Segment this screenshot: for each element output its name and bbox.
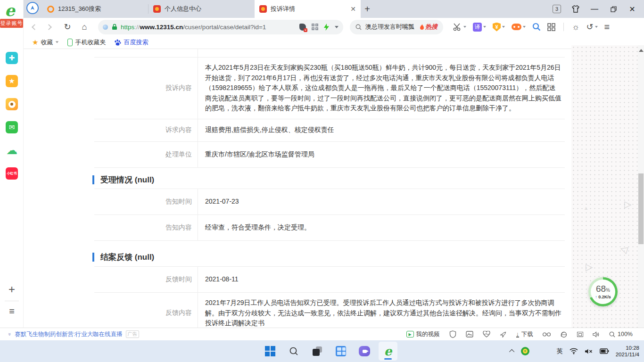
ad-text[interactable]: 赛默飞生物制药创新营:行业大咖在线直播 — [15, 330, 122, 338]
add-app-button[interactable]: + — [8, 283, 15, 296]
browser-toolbar: ↻ ⌂ https://www.12315.cn/cuser/portal/ca… — [24, 18, 644, 36]
forward-button[interactable] — [41, 25, 56, 29]
table-row-feedback-time: 反馈时间 2021-08-11 — [94, 267, 565, 293]
speaker-icon — [593, 331, 600, 337]
hot-search-button[interactable]: 热搜 — [420, 23, 438, 31]
vertical-scrollbar[interactable] — [638, 45, 644, 328]
widgets-icon — [336, 346, 346, 356]
back-button[interactable] — [27, 25, 41, 29]
hot-search-text[interactable]: 澳总理发言时嘴瓢 — [365, 23, 416, 31]
browser-360-taskbar-button[interactable]: e — [379, 342, 397, 361]
scrollbar-thumb[interactable] — [638, 173, 644, 244]
find-in-page-button[interactable] — [530, 21, 543, 33]
gov-favicon — [153, 5, 161, 13]
login-account-badge[interactable]: 登录账号 — [0, 19, 23, 28]
close-window-button[interactable]: ✕ — [624, 2, 640, 16]
chat-camera-icon — [359, 346, 370, 356]
home-button[interactable]: ⌂ — [77, 22, 91, 32]
favorites-label: 收藏 — [41, 38, 53, 47]
start-button[interactable] — [261, 342, 280, 361]
divider — [5, 301, 19, 301]
section-title-acceptance: 受理情况 (null) — [92, 174, 154, 185]
snapshot-button[interactable] — [466, 331, 473, 337]
row-label: 处理单位 — [94, 142, 198, 167]
nav-compass-icon[interactable] — [26, 2, 39, 14]
screenshot-scissors-button[interactable] — [451, 21, 469, 33]
status-ad-link[interactable]: » 赛默飞生物制药创新营:行业大咖在线直播 广告 — [8, 330, 139, 338]
health-mode-button[interactable] — [483, 331, 490, 337]
ad-badge: 广告 — [126, 330, 139, 338]
browser-status-bar: » 赛默飞生物制药创新营:行业大咖在线直播 广告 ▶ 我的视频 ↓ — [0, 328, 644, 340]
chevron-down-icon[interactable] — [335, 26, 339, 28]
row-value: 本人2021年5月23日在天友到家购买230瓶（买180瓶送50瓶）鲜牛奶，共计… — [198, 58, 565, 119]
tab-personal-info-center[interactable]: 个人信息中心 — [149, 0, 255, 18]
taskbar-search-button[interactable] — [284, 342, 303, 361]
undo-button[interactable]: ↺ — [584, 20, 600, 34]
envelope-icon: ✉ — [9, 123, 15, 132]
input-language-indicator[interactable]: 英 — [557, 347, 563, 355]
download-button[interactable]: ↓ 下载 — [516, 330, 534, 338]
tab-count-badge[interactable]: 3 — [553, 5, 561, 13]
tab-label: 个人信息中心 — [165, 5, 201, 13]
gamepad-icon — [512, 24, 521, 30]
minimize-button[interactable]: — — [586, 2, 603, 16]
url-text[interactable]: https://www.12315.cn/cuser/portal/case/d… — [121, 24, 296, 31]
speed-memory-widget[interactable]: 68% ↑ 0.2K/s — [588, 277, 618, 306]
tray-360-safety-icon[interactable]: + — [521, 347, 529, 355]
games-button[interactable] — [509, 22, 528, 32]
scroll-up-arrow-icon[interactable] — [639, 49, 644, 52]
table-row-handling-unit: 处理单位 重庆市/市辖区/渝北区市场监督管理局 — [94, 142, 565, 168]
weibo-app-icon[interactable] — [6, 98, 18, 110]
zoom-magnifier-icon — [609, 331, 615, 337]
boost-button[interactable] — [500, 331, 507, 338]
quick-app-icon[interactable]: ✚ — [6, 52, 18, 64]
volume-muted-icon[interactable] — [585, 348, 593, 354]
task-view-icon — [313, 346, 322, 356]
site-info-icon[interactable] — [103, 25, 108, 30]
my-videos-button[interactable]: ▶ 我的视频 — [406, 330, 440, 338]
security-shield-button[interactable] — [449, 330, 456, 338]
ie-compat-button[interactable] — [560, 331, 568, 338]
tab-complaint-detail[interactable]: 投诉详情 ✕ — [255, 0, 361, 18]
lightning-icon[interactable] — [324, 24, 329, 31]
mute-page-button[interactable] — [593, 331, 600, 337]
main-menu-button[interactable]: ≡ — [602, 20, 612, 34]
site-safety-icon[interactable]: ✕ — [299, 24, 306, 31]
task-view-button[interactable] — [308, 342, 327, 361]
taskbar-clock[interactable]: 10:28 2021/11/4 — [616, 345, 639, 358]
skins-icon[interactable] — [568, 2, 584, 16]
translate-button[interactable]: 译 — [471, 21, 488, 33]
complaint-info-table: 投诉内容 本人2021年5月23日在天友到家购买230瓶（买180瓶送50瓶）鲜… — [94, 49, 565, 168]
section-title-closing-feedback: 结案反馈 (null) — [92, 252, 154, 263]
tab-12315-search[interactable]: 12315_360搜索 — [42, 0, 149, 18]
cloud-app-icon[interactable]: ☁ — [6, 144, 18, 156]
mail-app-icon[interactable]: ✉ — [6, 121, 18, 133]
theme-brightness-button[interactable]: ☼ — [570, 20, 582, 34]
browser-360-logo-icon[interactable]: e — [5, 1, 15, 20]
favorites-menu[interactable]: ★ 收藏 — [29, 37, 62, 48]
bookmark-baidu-search[interactable]: 百度搜索 — [111, 37, 151, 48]
decor-triangle-shape: ▵ — [585, 205, 587, 211]
panel-list-button[interactable]: ≡ — [9, 306, 15, 317]
window-mode-button[interactable] — [577, 332, 583, 337]
zoom-level-button[interactable]: 100% — [609, 331, 633, 337]
wifi-icon[interactable] — [570, 348, 578, 354]
new-tab-button[interactable]: + — [361, 0, 374, 18]
teams-chat-button[interactable] — [355, 342, 374, 361]
browser-search-box[interactable]: 澳总理发言时嘴瓢 热搜 — [350, 20, 443, 34]
tray-overflow-chevron-icon[interactable] — [509, 349, 514, 354]
widgets-button[interactable] — [331, 342, 350, 361]
close-tab-icon[interactable]: ✕ — [350, 5, 356, 13]
qr-code-icon[interactable] — [312, 24, 318, 30]
browser-360-icon: e — [384, 346, 392, 356]
apps-grid-button[interactable] — [545, 21, 558, 33]
battery-charging-icon[interactable] — [600, 348, 609, 354]
favorites-app-icon[interactable]: ★ — [6, 75, 18, 87]
reading-mode-button[interactable] — [543, 332, 551, 337]
wallet-shield-button[interactable]: ¥ — [490, 21, 507, 33]
restore-button[interactable] — [605, 2, 621, 16]
bookmark-mobile-favorites[interactable]: 手机收藏夹 — [65, 37, 108, 48]
address-bar[interactable]: https://www.12315.cn/cuser/portal/case/d… — [98, 20, 343, 34]
xiaohongshu-app-icon[interactable]: 小红书 — [6, 167, 18, 180]
refresh-button[interactable]: ↻ — [60, 22, 74, 32]
